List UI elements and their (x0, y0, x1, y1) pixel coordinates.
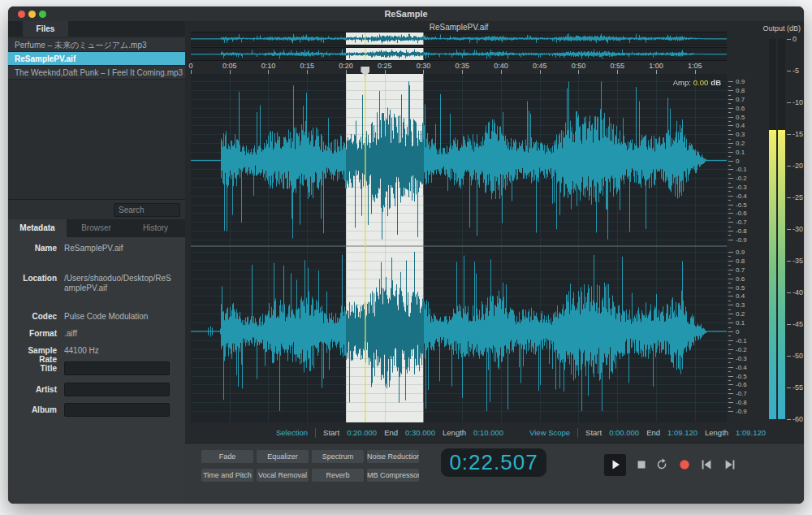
amp-tick-label: -0.2 (736, 345, 747, 353)
field-value: Pulse Code Modulation (64, 312, 171, 322)
artist-field[interactable] (64, 383, 170, 396)
amp-tick (728, 389, 731, 390)
meter-tick (787, 102, 791, 103)
amp-tick (728, 274, 731, 275)
meter-tick (787, 197, 791, 198)
file-item[interactable]: Perfume – 未来のミュージアム.mp3 (8, 38, 185, 52)
record-button[interactable] (678, 458, 691, 471)
amp-tick (728, 335, 731, 336)
amp-tick-label: 0 (736, 328, 739, 335)
file-list: Perfume – 未来のミュージアム.mp3ReSamplePV.aifThe… (8, 37, 185, 201)
stop-button[interactable] (635, 458, 648, 471)
meter-tick-label: -45 (793, 320, 803, 328)
meter-tick-label: -30 (793, 225, 803, 233)
amp-tick-label: -0.5 (736, 372, 747, 379)
play-button[interactable] (609, 458, 622, 471)
field-label: Artist (8, 383, 57, 396)
amp-tick (728, 161, 733, 162)
waveform-canvas[interactable] (191, 74, 727, 422)
amp-tick-label: -0.9 (736, 236, 747, 243)
album-field[interactable] (64, 403, 170, 417)
amp-tick-label: -0.1 (736, 166, 747, 173)
amp-tick-label: -0.7 (736, 219, 747, 226)
amp-tick (728, 301, 731, 301)
amp-tick (728, 191, 731, 192)
document-title: ReSamplePV.aif (191, 23, 727, 32)
view-end-value[interactable]: 1:09.120 (667, 428, 698, 437)
selection-start-label: Start (323, 428, 339, 437)
overview-waveform-left[interactable] (191, 32, 727, 45)
meter-tick (787, 387, 791, 388)
amp-tick (728, 183, 731, 184)
field-label: Name (8, 244, 57, 253)
tab-browser[interactable]: Browser (67, 219, 126, 237)
field-label: Codec (8, 312, 57, 322)
amp-tick (728, 393, 733, 394)
meter-tick-label: -50 (793, 352, 803, 360)
tab-history[interactable]: History (126, 219, 185, 237)
view-start-value[interactable]: 0:00.000 (609, 428, 639, 437)
selection-end-value[interactable]: 0:30.000 (405, 428, 435, 437)
amp-tick-label: -0.3 (736, 354, 747, 361)
amp-tick (728, 362, 731, 363)
amp-tick-label: -0.2 (736, 175, 747, 182)
amp-tick (728, 279, 733, 279)
selection-start-value[interactable]: 0:20.000 (347, 428, 377, 437)
metadata-row: CodecPulse Code Modulation (8, 312, 185, 322)
amp-tick (728, 121, 731, 122)
amp-indicator: Amp:0.00dB (542, 78, 721, 87)
meter-tick (787, 292, 791, 293)
amp-tick-label: -0.5 (736, 201, 747, 208)
meter-tick-label: -40 (793, 288, 803, 296)
amp-tick-label: 0.4 (736, 292, 745, 300)
ruler-label: 0:05 (222, 62, 237, 70)
time-ruler[interactable]: 00:050:100:150:200:250:300:350:400:450:5… (191, 61, 727, 75)
search-row (8, 199, 185, 220)
amp-tick (728, 240, 733, 240)
meter-bar-left (769, 132, 776, 419)
amp-tick (728, 252, 733, 253)
amp-tick (728, 156, 731, 157)
selection-length-value[interactable]: 0:10.000 (473, 428, 503, 437)
skip-to-start-button[interactable] (700, 458, 713, 471)
meter-peak-left (769, 130, 776, 132)
tab-metadata[interactable]: Metadata (8, 219, 67, 237)
skip-to-end-button[interactable] (723, 458, 736, 471)
search-input[interactable] (114, 203, 180, 217)
amp-tick (728, 309, 731, 310)
amp-tick (728, 270, 733, 270)
amp-label: Amp: (673, 78, 691, 87)
selection-end-label: End (384, 428, 398, 437)
overview-waveform-right[interactable] (191, 47, 727, 61)
view-length-value[interactable]: 1:09.120 (736, 428, 766, 437)
amp-tick (728, 407, 731, 408)
amp-tick (728, 322, 733, 323)
meter-tick-label: -15 (793, 130, 803, 138)
amp-tick-label: 0.5 (736, 113, 745, 120)
amp-tick-label: 0.6 (736, 275, 745, 282)
tab-files[interactable]: Files (23, 21, 68, 37)
amp-tick-label: -0.9 (736, 408, 747, 415)
view-scope-section-label: View Scope (529, 428, 570, 437)
amp-tick (728, 318, 731, 319)
amp-tick (728, 152, 733, 153)
file-item[interactable]: ReSamplePV.aif (8, 52, 185, 66)
amp-tick-label: 0.3 (736, 301, 745, 309)
amp-tick-label: 0.1 (736, 319, 745, 327)
file-item[interactable]: The Weeknd,Daft Punk – I Feel It Coming.… (8, 66, 185, 80)
amplitude-ruler: 0.90.80.70.60.50.40.30.20.10-0.1-0.2-0.3… (727, 74, 761, 422)
amp-tick-label: 0.2 (736, 139, 745, 146)
amp-tick (728, 125, 733, 126)
title-field[interactable] (64, 361, 170, 375)
amp-tick (728, 327, 731, 328)
ruler-label: 0:35 (455, 62, 469, 70)
loop-icon[interactable] (655, 458, 668, 471)
ruler-label: 0:10 (261, 62, 276, 70)
amp-tick (728, 81, 733, 82)
selection-length-label: Length (443, 428, 466, 437)
output-level-meter: 0-5-10-15-20-25-30-35-40-45-50-55-60 (762, 36, 804, 442)
amp-tick (728, 227, 731, 227)
amp-tick (728, 367, 733, 368)
amp-tick-label: -0.8 (736, 227, 747, 234)
amp-unit: dB (710, 78, 721, 87)
